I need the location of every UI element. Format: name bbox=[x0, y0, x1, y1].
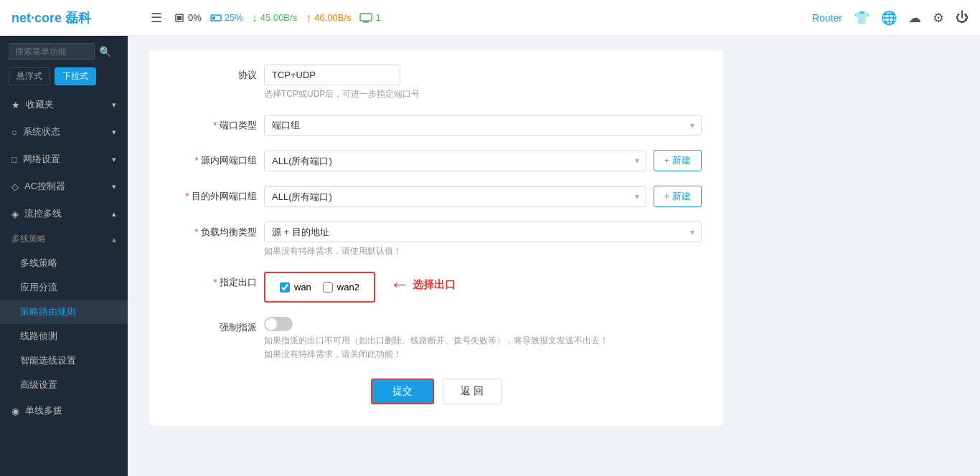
sidebar-sub-smart-select[interactable]: 智能选线设置 bbox=[0, 348, 128, 373]
cloud-icon[interactable]: ☁ bbox=[908, 10, 921, 26]
search-input[interactable] bbox=[9, 43, 95, 60]
src-port-new-btn[interactable]: + 新建 bbox=[654, 150, 702, 171]
sidebar-item-favorites[interactable]: ★ 收藏夹 ▾ bbox=[0, 91, 128, 118]
dst-port-select[interactable]: ALL(所有端口) bbox=[264, 186, 646, 207]
router-label: Router bbox=[812, 12, 842, 24]
gear-icon[interactable]: ⚙ bbox=[933, 10, 944, 26]
src-port-select-wrapper: ALL(所有端口) ▾ bbox=[264, 151, 646, 171]
sidebar-label-flow: 流控多线 bbox=[24, 207, 62, 220]
menu-icon[interactable]: ☰ bbox=[151, 10, 162, 26]
lb-type-select-wrapper: 源 + 目的地址 ▾ bbox=[264, 222, 702, 242]
port-type-select[interactable]: 端口组 bbox=[264, 115, 702, 135]
force-dispatch-content: 如果指派的出口不可用（如出口删除、线路断开、拨号失败等），将导致报文发送不出去！… bbox=[264, 317, 702, 361]
sidebar-item-single-multiline[interactable]: ◉ 单线多拨 bbox=[0, 397, 128, 424]
form-container: 协议 选择TCP或UDP后，可进一步指定端口号 * 端口类型 端口组 bbox=[149, 50, 723, 426]
src-port-content: ALL(所有端口) ▾ + 新建 bbox=[264, 150, 702, 171]
sidebar-item-network[interactable]: □ 网络设置 ▾ bbox=[0, 146, 128, 173]
tab-dropdown[interactable]: 下拉式 bbox=[55, 67, 96, 85]
dst-port-row: * 目的外网端口组 ALL(所有端口) ▾ + 新建 bbox=[171, 186, 702, 207]
sidebar-sub-multiline-policy[interactable]: 多线策略 bbox=[0, 251, 128, 275]
sidebar-sub-app-split[interactable]: 应用分流 bbox=[0, 275, 128, 300]
logo: net·core 磊科 bbox=[11, 9, 139, 27]
sidebar-label-ac: AC控制器 bbox=[24, 180, 65, 193]
search-icon[interactable]: 🔍 bbox=[99, 46, 111, 57]
dst-port-select-wrapper: ALL(所有端口) ▾ bbox=[264, 186, 646, 207]
protocol-row: 协议 选择TCP或UDP后，可进一步指定端口号 bbox=[171, 65, 702, 100]
outlet-wan2-item: wan2 bbox=[323, 282, 359, 292]
sidebar: 🔍 悬浮式 下拉式 ★ 收藏夹 ▾ ○ 系统状态 ▾ □ 网络设置 ▾ ◇ AC… bbox=[0, 36, 128, 476]
dst-port-input-group: ALL(所有端口) ▾ + 新建 bbox=[264, 186, 702, 207]
lb-type-row: * 负载均衡类型 源 + 目的地址 ▾ 如果没有特殊需求，请使用默认值！ bbox=[171, 222, 702, 257]
down-stat: ↓ 45.00B/s bbox=[252, 11, 297, 24]
lb-type-label: * 负载均衡类型 bbox=[171, 222, 257, 239]
src-port-select[interactable]: ALL(所有端口) bbox=[264, 151, 646, 171]
shirt-icon[interactable]: 👕 bbox=[854, 10, 870, 26]
up-stat: ↑ 46.00B/s bbox=[306, 11, 351, 24]
main-container: 🔍 悬浮式 下拉式 ★ 收藏夹 ▾ ○ 系统状态 ▾ □ 网络设置 ▾ ◇ AC… bbox=[0, 36, 980, 476]
annotation-text: 选择出口 bbox=[413, 278, 456, 292]
force-dispatch-label: 强制指派 bbox=[171, 317, 257, 334]
tab-float[interactable]: 悬浮式 bbox=[9, 67, 50, 85]
header-left: net·core 磊科 ☰ 0% 25% ↓ 45.00B/s ↑ 46.00B… bbox=[11, 9, 381, 27]
protocol-input[interactable] bbox=[264, 65, 400, 85]
outlet-checkbox-box: wan wan2 bbox=[264, 272, 375, 303]
cpu-stat: 0% bbox=[174, 12, 202, 24]
annotation-arrow-icon: ← bbox=[390, 275, 410, 295]
sidebar-sub-policy-route[interactable]: 策略路由规则 bbox=[0, 300, 128, 324]
favorites-icon: ★ bbox=[11, 100, 20, 110]
outlet-label: * 指定出口 bbox=[171, 272, 257, 289]
dst-port-new-btn[interactable]: + 新建 bbox=[654, 186, 702, 207]
chevron-up-icon: ▴ bbox=[112, 209, 116, 219]
sidebar-label-network: 网络设置 bbox=[23, 153, 60, 166]
dst-port-label: * 目的外网端口组 bbox=[171, 186, 257, 203]
single-icon: ◉ bbox=[11, 406, 19, 416]
sidebar-label-system-status: 系统状态 bbox=[23, 125, 60, 138]
annotation-container: ← 选择出口 bbox=[390, 275, 456, 295]
ac-icon: ◇ bbox=[11, 181, 19, 192]
system-status-icon: ○ bbox=[11, 127, 17, 138]
port-type-row: * 端口类型 端口组 ▾ bbox=[171, 115, 702, 135]
sidebar-group-multiline[interactable]: 多线策略 ▴ bbox=[0, 227, 128, 251]
submit-button[interactable]: 提交 bbox=[371, 379, 434, 404]
chevron-down-icon4: ▾ bbox=[112, 182, 116, 191]
mem-stat: 25% bbox=[210, 12, 243, 24]
protocol-hint: 选择TCP或UDP后，可进一步指定端口号 bbox=[264, 88, 702, 100]
lb-type-hint: 如果没有特殊需求，请使用默认值！ bbox=[264, 245, 702, 257]
wan-label: wan bbox=[294, 282, 311, 292]
lb-type-content: 源 + 目的地址 ▾ 如果没有特殊需求，请使用默认值！ bbox=[264, 222, 702, 257]
outlet-wan-item: wan bbox=[280, 282, 311, 292]
sidebar-sub-line-detect[interactable]: 线路侦测 bbox=[0, 324, 128, 348]
wan2-label: wan2 bbox=[337, 282, 359, 292]
sidebar-label-single: 单线多拨 bbox=[25, 404, 62, 417]
force-dispatch-hint2: 如果没有特殊需求，请关闭此功能！ bbox=[264, 348, 702, 361]
header: net·core 磊科 ☰ 0% 25% ↓ 45.00B/s ↑ 46.00B… bbox=[0, 0, 980, 36]
sidebar-item-ac[interactable]: ◇ AC控制器 ▾ bbox=[0, 173, 128, 200]
cancel-button[interactable]: 返 回 bbox=[443, 379, 501, 404]
lb-type-select[interactable]: 源 + 目的地址 bbox=[264, 222, 702, 242]
sidebar-sub-advanced[interactable]: 高级设置 bbox=[0, 373, 128, 397]
force-dispatch-hint1: 如果指派的出口不可用（如出口删除、线路断开、拨号失败等），将导致报文发送不出去！ bbox=[264, 334, 702, 348]
content-area: 协议 选择TCP或UDP后，可进一步指定端口号 * 端口类型 端口组 bbox=[128, 36, 980, 476]
sidebar-item-system-status[interactable]: ○ 系统状态 ▾ bbox=[0, 118, 128, 146]
port-type-content: 端口组 ▾ bbox=[264, 115, 702, 135]
protocol-label: 协议 bbox=[171, 65, 257, 82]
protocol-content: 选择TCP或UDP后，可进一步指定端口号 bbox=[264, 65, 702, 100]
port-type-label: * 端口类型 bbox=[171, 115, 257, 132]
sidebar-label-favorites: 收藏夹 bbox=[26, 98, 54, 111]
sidebar-item-flow[interactable]: ◈ 流控多线 ▴ bbox=[0, 200, 128, 227]
src-port-input-group: ALL(所有端口) ▾ + 新建 bbox=[264, 150, 702, 171]
chevron-down-icon: ▾ bbox=[112, 100, 116, 110]
network-icon: □ bbox=[11, 154, 17, 165]
force-dispatch-toggle[interactable] bbox=[264, 317, 293, 331]
flow-icon: ◈ bbox=[11, 209, 19, 219]
outlet-row: * 指定出口 wan wan2 bbox=[171, 272, 702, 303]
sidebar-group-label: 多线策略 bbox=[11, 233, 46, 245]
wan2-checkbox[interactable] bbox=[323, 282, 333, 292]
toggle-slider bbox=[264, 317, 293, 331]
sidebar-search-container: 🔍 bbox=[0, 36, 128, 67]
wan-checkbox[interactable] bbox=[280, 282, 290, 292]
port-type-select-wrapper: 端口组 ▾ bbox=[264, 115, 702, 135]
svg-rect-4 bbox=[360, 14, 372, 21]
globe-icon[interactable]: 🌐 bbox=[881, 10, 897, 26]
logout-icon[interactable]: ⏻ bbox=[956, 10, 969, 25]
